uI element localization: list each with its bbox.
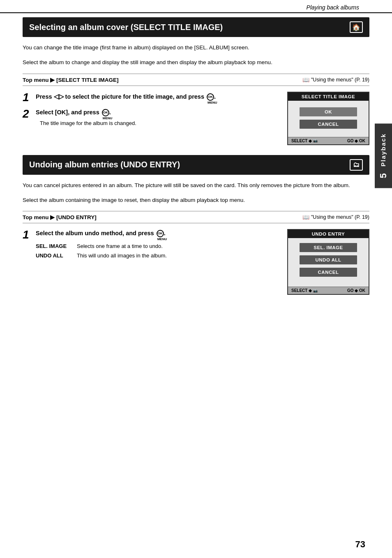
section1-menu-footer: SELECT ◆ 📷 GO ◆ OK bbox=[288, 137, 369, 144]
section1-desc1: You can change the title image (first fr… bbox=[23, 44, 369, 52]
section2-steps-text: 1 Select the album undo method, and pres… bbox=[23, 229, 279, 295]
section1: Selecting an album cover (SELECT TITLE I… bbox=[23, 17, 369, 145]
sel-image-label: SEL. IMAGE bbox=[36, 242, 73, 250]
section1-step1-content: Press ◁▷ to select the picture for the t… bbox=[36, 92, 216, 102]
section2-steps-area: 1 Select the album undo method, and pres… bbox=[23, 229, 369, 295]
header-title: Playing back albums bbox=[307, 4, 359, 11]
section2-menu-buttons: SEL. IMAGE UNDO ALL CANCEL bbox=[288, 238, 369, 280]
section2-step1-content: Select the album undo method, and press … bbox=[36, 229, 167, 260]
section1-step2-number: 2 bbox=[23, 108, 32, 120]
section2-top-menu-label: Top menu ▶ [UNDO ENTRY] bbox=[23, 214, 97, 220]
section2-desc2: Select the album containing the image to… bbox=[23, 196, 369, 204]
section2-desc1: You can cancel pictures entered in an al… bbox=[23, 181, 369, 190]
section2-menu-btn-undo: UNDO ALL bbox=[300, 255, 357, 264]
section2-step1: 1 Select the album undo method, and pres… bbox=[23, 229, 279, 260]
section2-top-menu-line: Top menu ▶ [UNDO ENTRY] 📖 "Using the men… bbox=[23, 211, 369, 223]
ok-circle-3: OKMENU bbox=[157, 230, 164, 237]
book-icon: 📖 bbox=[302, 76, 309, 83]
section1-step1: 1 Press ◁▷ to select the picture for the… bbox=[23, 92, 279, 103]
section2-footer-left: SELECT ◆ 📷 bbox=[291, 288, 318, 293]
sidebar-number: 5 bbox=[378, 172, 388, 178]
section1-footer-left-icon: 📷 bbox=[313, 139, 318, 143]
section2-icon: 🗂 bbox=[350, 159, 363, 171]
section1-top-menu-label: Top menu ▶ [SELECT TITLE IMAGE] bbox=[23, 76, 119, 83]
section2-option-table: SEL. IMAGE Selects one frame at a time t… bbox=[36, 242, 167, 260]
section1-bullet: The title image for the album is changed… bbox=[36, 119, 136, 127]
section1-menu-buttons: OK CANCEL bbox=[288, 101, 369, 132]
section1-step2-content: Select [OK], and press OKMENU. The title… bbox=[36, 108, 136, 127]
section1-menu-btn-ok: OK bbox=[300, 107, 357, 116]
section1-top-menu-line: Top menu ▶ [SELECT TITLE IMAGE] 📖 "Using… bbox=[23, 74, 369, 86]
section1-footer-right: GO ◆ OK bbox=[347, 139, 365, 143]
section1-heading-text: Selecting an album cover (SELECT TITLE I… bbox=[29, 23, 223, 32]
section1-footer-left: SELECT ◆ 📷 bbox=[291, 139, 318, 143]
undo-all-desc: This will undo all images in the album. bbox=[77, 252, 167, 260]
book-icon-2: 📖 bbox=[302, 214, 309, 220]
section2-footer-right: GO ◆ OK bbox=[347, 288, 365, 293]
section1-menu-btn-cancel: CANCEL bbox=[300, 120, 357, 129]
ok-circle-1: OKMENU bbox=[207, 93, 214, 101]
section2-menu-footer: SELECT ◆ 📷 GO ◆ OK bbox=[288, 287, 369, 294]
undo-all-label: UNDO ALL bbox=[36, 252, 73, 260]
section1-heading: Selecting an album cover (SELECT TITLE I… bbox=[23, 17, 369, 37]
section2-heading: Undoing album entries (UNDO ENTRY) 🗂 bbox=[23, 155, 369, 175]
ok-circle-2: OKMENU bbox=[102, 109, 109, 116]
section2: Undoing album entries (UNDO ENTRY) 🗂 You… bbox=[23, 155, 369, 295]
sidebar-tab: 5 Playback bbox=[375, 123, 392, 188]
section2-menu-btn-cancel: CANCEL bbox=[300, 268, 357, 277]
section2-footer-left-icon: 📷 bbox=[313, 289, 318, 293]
section1-icon: 🏠 bbox=[350, 21, 363, 33]
section1-steps-area: 1 Press ◁▷ to select the picture for the… bbox=[23, 92, 369, 145]
section2-step1-number: 1 bbox=[23, 229, 32, 241]
sidebar-label: Playback bbox=[380, 133, 387, 167]
section2-menu-title: UNDO ENTRY bbox=[288, 230, 369, 238]
section1-steps-text: 1 Press ◁▷ to select the picture for the… bbox=[23, 92, 279, 145]
section2-menu-screen: UNDO ENTRY SEL. IMAGE UNDO ALL CANCEL SE… bbox=[287, 229, 369, 295]
section1-menu-title: SELECT TITLE IMAGE bbox=[288, 93, 369, 101]
page-header: Playing back albums bbox=[0, 0, 392, 13]
section2-heading-text: Undoing album entries (UNDO ENTRY) bbox=[29, 160, 180, 169]
section1-top-menu-ref: 📖 "Using the menus" (P. 19) bbox=[302, 76, 369, 83]
section1-desc2: Select the album to change and display t… bbox=[23, 58, 369, 67]
section1-menu-screen: SELECT TITLE IMAGE OK CANCEL SELECT ◆ 📷 … bbox=[287, 92, 369, 145]
section2-menu-btn-sel: SEL. IMAGE bbox=[300, 243, 357, 252]
page-number: 73 bbox=[355, 539, 365, 550]
sel-image-desc: Selects one frame at a time to undo. bbox=[77, 242, 167, 250]
section1-step1-number: 1 bbox=[23, 92, 32, 103]
section2-top-menu-ref: 📖 "Using the menus" (P. 19) bbox=[302, 214, 369, 220]
section1-step2: 2 Select [OK], and press OKMENU. The tit… bbox=[23, 108, 279, 127]
